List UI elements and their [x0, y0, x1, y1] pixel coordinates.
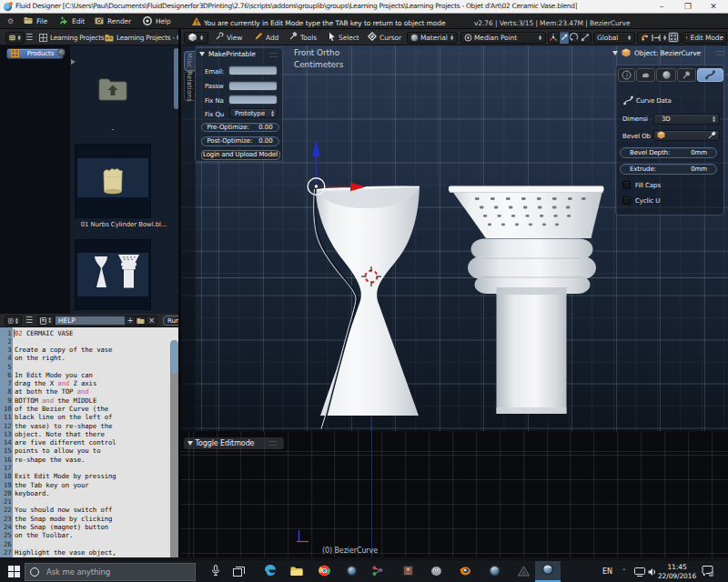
- prism-app-taskbar-button[interactable]: [512, 561, 534, 582]
- extrude-slider[interactable]: Extrude: 0mm: [620, 164, 717, 175]
- control-point[interactable]: [315, 185, 318, 187]
- tray-chevron-icon[interactable]: ˄: [622, 568, 625, 576]
- molecule-app-taskbar-button[interactable]: [367, 561, 389, 582]
- minimize-button[interactable]: –: [652, 0, 671, 13]
- email-field[interactable]: [228, 65, 278, 75]
- breadcrumb-folder[interactable]: Learning Projects - Obj: [105, 29, 179, 45]
- orientation-dropdown[interactable]: Global ▲▼: [593, 32, 635, 44]
- editor-line[interactable]: 12the vase) to re-shape the: [0, 422, 178, 430]
- orb-app-taskbar-button[interactable]: [483, 561, 505, 582]
- dimensions-dropdown[interactable]: 3D ▲▼: [653, 114, 720, 125]
- makeprintable-header[interactable]: MakePrintable: [199, 50, 256, 58]
- editor-line[interactable]: 6In Edit Mode you can: [0, 371, 178, 379]
- editor-line[interactable]: 18Exit Edit Mode by pressing: [0, 472, 178, 480]
- cyclic-checkbox[interactable]: [622, 196, 631, 205]
- viewport-3d[interactable]: Front Ortho Centimeters (0) BezierCurve …: [181, 45, 728, 557]
- password-field[interactable]: [228, 81, 278, 91]
- editor-line[interactable]: 11black line on the left of: [0, 413, 178, 421]
- shelf-tab-misc[interactable]: Misc: [184, 51, 196, 71]
- snap-magnet-icon[interactable]: [640, 33, 650, 43]
- viewport-menu-select[interactable]: Select: [329, 29, 359, 45]
- editor-line[interactable]: 27Highlight the vase object,: [0, 548, 178, 557]
- editor-line[interactable]: 9BOTTOM and the MIDDLE: [0, 396, 178, 405]
- world-tab[interactable]: [656, 68, 676, 82]
- editor-line[interactable]: 16re-shape the vase.: [0, 456, 178, 464]
- products-button[interactable]: Products: [6, 48, 64, 60]
- microphone-taskbar-button[interactable]: [205, 561, 227, 582]
- text-editor-scrollbar-thumb[interactable]: [171, 341, 178, 374]
- modifiers-tab[interactable]: [677, 68, 696, 82]
- editor-line[interactable]: 3Create a copy of the vase: [0, 346, 178, 354]
- panel-grip[interactable]: [269, 53, 278, 57]
- viewport-menu-view[interactable]: View: [215, 29, 242, 45]
- file-thumbnail-vases[interactable]: [75, 239, 151, 310]
- shelf-tab-relations[interactable]: Relations: [184, 71, 196, 101]
- new-text-button[interactable]: +: [126, 316, 136, 326]
- edge-taskbar-button[interactable]: [259, 561, 281, 582]
- editor-line[interactable]: 17: [0, 464, 178, 472]
- manipulator-scale-button[interactable]: [581, 32, 591, 44]
- gimp-app-taskbar-button[interactable]: [425, 561, 447, 582]
- file-explorer-taskbar-button[interactable]: [286, 561, 308, 582]
- cortana-search-box[interactable]: Ask me anything: [25, 563, 196, 581]
- unlink-text-button[interactable]: ×: [147, 316, 157, 326]
- viewport-editor-type-button[interactable]: ▲▼: [184, 32, 208, 44]
- file-thumbnail-bowl[interactable]: [75, 144, 151, 218]
- fixname-field[interactable]: [228, 95, 278, 105]
- close-button[interactable]: ✕: [704, 0, 723, 13]
- breadcrumb-library[interactable]: Learning Projects: [39, 29, 104, 45]
- panel-grip[interactable]: [716, 51, 724, 55]
- snap-target-icon[interactable]: [668, 32, 679, 43]
- editor-line[interactable]: 5: [0, 363, 178, 371]
- editor-line[interactable]: 7drag the X and Z axis: [0, 379, 178, 387]
- eyedropper-icon[interactable]: [708, 131, 716, 139]
- blender-taskbar-button[interactable]: [454, 561, 476, 582]
- text-editor-scrollbar[interactable]: [170, 340, 178, 557]
- parent-folder-icon[interactable]: [98, 77, 127, 101]
- editor-line[interactable]: 25on the Toolbar.: [0, 531, 178, 539]
- viewport-menu-add[interactable]: Add: [254, 29, 278, 45]
- task-view-taskbar-button[interactable]: [228, 561, 249, 582]
- tray-clock[interactable]: 11:45 22/09/2016: [657, 563, 697, 580]
- viewport-menu-cursor[interactable]: Cursor: [368, 29, 401, 45]
- menu-help[interactable]: Help: [143, 14, 171, 29]
- texteditor-editor-type-button[interactable]: ▲▼: [5, 316, 22, 326]
- vase-left[interactable]: [316, 186, 420, 416]
- snap-element-icon[interactable]: [651, 33, 662, 43]
- fill-caps-checkbox[interactable]: [622, 181, 631, 189]
- menu-edit[interactable]: Edit: [59, 14, 85, 29]
- viewport-shading-dropdown[interactable]: Material ▲▼: [407, 32, 458, 44]
- menu-file[interactable]: File: [24, 14, 47, 29]
- run-script-button[interactable]: Run Script: [163, 316, 178, 326]
- restore-button[interactable]: ❐: [679, 0, 697, 13]
- curve-data-tab[interactable]: [697, 68, 723, 82]
- start-button[interactable]: [3, 561, 25, 582]
- tray-language[interactable]: EN: [602, 567, 612, 576]
- editor-line[interactable]: 15points to allow you to: [0, 447, 178, 455]
- npanel-header[interactable]: Object: BezierCurve: [612, 48, 701, 57]
- vase-right[interactable]: [449, 186, 604, 415]
- editor-line[interactable]: 20keyboard.: [0, 489, 178, 497]
- pre-optimize-slider[interactable]: Pre-Optimize: 0.00: [201, 123, 279, 133]
- object-tab[interactable]: [636, 68, 655, 82]
- last-operator-panel[interactable]: Toggle Editmode: [184, 437, 284, 449]
- login-upload-button[interactable]: Login and Upload Model: [201, 150, 280, 160]
- post-optimize-slider[interactable]: Post-Optimize: 0.00: [201, 136, 279, 146]
- editor-line[interactable]: 2: [0, 337, 178, 346]
- menu-render[interactable]: Render: [95, 14, 131, 29]
- text-datablock-browse-button[interactable]: ▲▼: [37, 316, 55, 326]
- texteditor-menu-icon[interactable]: ☰: [25, 316, 33, 325]
- collapse-arrow-icon[interactable]: [71, 59, 76, 65]
- open-text-button[interactable]: [136, 316, 147, 326]
- text-name-field[interactable]: HELP: [55, 316, 126, 326]
- editor-line[interactable]: 21: [0, 497, 178, 506]
- pivot-dropdown[interactable]: Median Point ▲▼: [460, 32, 546, 44]
- fluid-designer-active-taskbar-button[interactable]: [535, 561, 561, 582]
- manipulator-axes-button[interactable]: [549, 32, 560, 44]
- photos-app-taskbar-button[interactable]: [397, 561, 419, 582]
- chrome-taskbar-button[interactable]: [313, 561, 335, 582]
- filebrowser-editor-type-button[interactable]: ▲▼: [5, 32, 25, 44]
- z-axis-arrowhead[interactable]: [312, 140, 320, 156]
- bevel-object-field[interactable]: [653, 130, 720, 141]
- manipulator-rotate-button[interactable]: [570, 32, 581, 44]
